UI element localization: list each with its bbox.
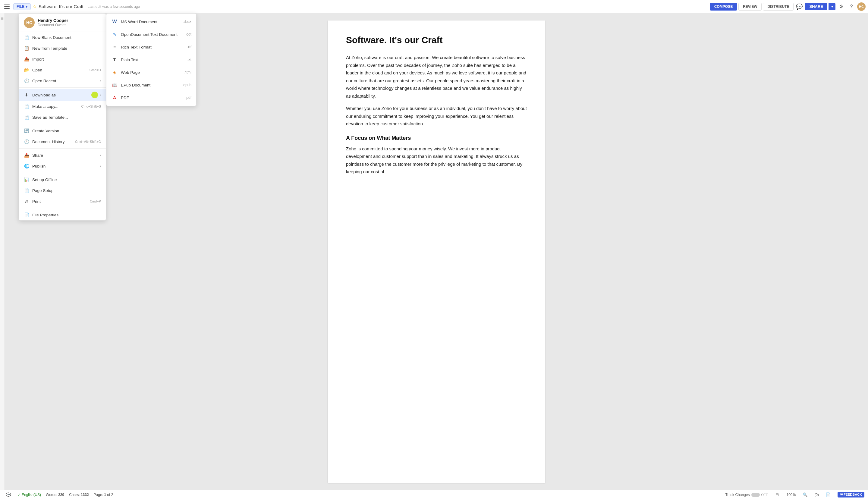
open-shortcut: Cmd+O xyxy=(89,68,101,72)
menu-save-template-label: Save as Template... xyxy=(32,115,68,120)
print-shortcut: Cmd+P xyxy=(90,199,101,203)
offline-icon: 📊 xyxy=(24,177,29,182)
menu-new-blank-label: New Blank Document xyxy=(32,35,71,40)
web-page-ext: .html xyxy=(184,70,191,74)
doc-history-icon: 🕐 xyxy=(24,139,29,144)
menu-save-template[interactable]: 📄 Save as Template... xyxy=(19,112,106,123)
sub-pdf-label: PDF xyxy=(121,96,129,100)
user-role: Document Owner xyxy=(38,23,68,27)
download-as-icon: ⬇ xyxy=(24,92,29,98)
new-blank-icon: 📄 xyxy=(24,35,29,40)
sub-rtf-label: Rich Text Format xyxy=(121,45,151,49)
share-arrow: › xyxy=(100,153,101,157)
make-copy-icon: 📄 xyxy=(24,104,29,109)
publish-icon: 🌐 xyxy=(24,163,29,169)
menu-download-as[interactable]: ⬇ Download as › xyxy=(19,89,106,101)
menu-new-template-label: New from Template xyxy=(32,46,67,51)
sub-web-page[interactable]: ◈ Web Page .html xyxy=(106,66,196,78)
open-recent-icon: 🕐 xyxy=(24,78,29,84)
menu-publish[interactable]: 🌐 Publish › xyxy=(19,161,106,171)
menu-open-recent-label: Open Recent xyxy=(32,78,56,83)
menu-user-section: HC Hendry Cooper Document Owner xyxy=(19,14,106,32)
ms-word-ext: .docx xyxy=(183,20,191,24)
menu-file-props-label: File Properties xyxy=(32,213,59,217)
menu-offline-label: Set up Offline xyxy=(32,178,57,182)
menu-open-recent[interactable]: 🕐 Open Recent › xyxy=(19,75,106,86)
doc-history-shortcut: Cmd+Alt+Shift+G xyxy=(75,140,101,144)
plain-text-ext: .txt xyxy=(186,58,191,62)
open-recent-arrow: › xyxy=(100,78,101,83)
menu-file-properties[interactable]: 📄 File Properties xyxy=(19,209,106,220)
file-props-icon: 📄 xyxy=(24,212,29,218)
menu-print-label: Print xyxy=(32,199,41,204)
download-as-arrow: › xyxy=(100,93,101,97)
menu-page-setup-label: Page Setup xyxy=(32,188,54,193)
divider-1 xyxy=(19,87,106,88)
create-version-icon: 🔄 xyxy=(24,128,29,133)
print-icon: 🖨 xyxy=(24,198,29,204)
open-icon: 📂 xyxy=(24,67,29,73)
menu-new-blank[interactable]: 📄 New Blank Document xyxy=(19,32,106,43)
menu-doc-history-label: Document History xyxy=(32,139,64,144)
publish-arrow: › xyxy=(100,164,101,168)
opendoc-ext: .odt xyxy=(185,32,191,36)
rtf-ext: .rtf xyxy=(187,45,191,49)
menu-set-up-offline[interactable]: 📊 Set up Offline xyxy=(19,174,106,185)
menu-doc-history[interactable]: 🕐 Document History Cmd+Alt+Shift+G xyxy=(19,136,106,147)
menu-create-version-label: Create Version xyxy=(32,129,59,133)
menu-share[interactable]: 📤 Share › xyxy=(19,150,106,161)
menu-open[interactable]: 📂 Open Cmd+O xyxy=(19,64,106,75)
menu-open-label: Open xyxy=(32,68,42,72)
user-avatar: HC xyxy=(24,17,35,28)
menu-new-template[interactable]: 📋 New from Template xyxy=(19,43,106,54)
make-copy-shortcut: Cmd+Shift+S xyxy=(81,105,101,108)
divider-4 xyxy=(19,173,106,173)
menu-download-as-label: Download as xyxy=(32,93,56,97)
menu-publish-label: Publish xyxy=(32,164,46,168)
sub-opendoc-label: OpenDocument Text Document xyxy=(121,32,178,37)
user-name: Hendry Cooper xyxy=(38,18,68,23)
sub-web-page-label: Web Page xyxy=(121,70,140,75)
sub-rtf[interactable]: ≡ Rich Text Format .rtf xyxy=(106,41,196,53)
menu-page-setup[interactable]: 📄 Page Setup xyxy=(19,185,106,196)
divider-2 xyxy=(19,124,106,124)
sub-opendoc[interactable]: ✎ OpenDocument Text Document .odt xyxy=(106,28,196,41)
menu-share-label: Share xyxy=(32,153,43,158)
sub-ms-word-label: MS Word Document xyxy=(121,20,157,24)
file-menu: HC Hendry Cooper Document Owner 📄 New Bl… xyxy=(19,13,106,221)
sub-pdf[interactable]: A PDF .pdf xyxy=(106,91,196,104)
menu-make-copy-label: Make a copy... xyxy=(32,104,59,109)
sub-epub-label: EPub Document xyxy=(121,83,150,87)
menu-import[interactable]: 📥 Import xyxy=(19,54,106,64)
page-setup-icon: 📄 xyxy=(24,188,29,193)
epub-icon: 📖 xyxy=(111,82,118,88)
download-submenu: W MS Word Document .docx ✎ OpenDocument … xyxy=(106,13,196,106)
share-menu-icon: 📤 xyxy=(24,153,29,158)
menu-create-version[interactable]: 🔄 Create Version xyxy=(19,125,106,136)
sub-ms-word[interactable]: W MS Word Document .docx xyxy=(106,15,196,28)
sub-plain-text[interactable]: T Plain Text .txt xyxy=(106,53,196,66)
menu-print[interactable]: 🖨 Print Cmd+P xyxy=(19,196,106,207)
pdf-ext: .pdf xyxy=(185,96,191,100)
new-template-icon: 📋 xyxy=(24,46,29,51)
save-template-icon: 📄 xyxy=(24,114,29,120)
epub-ext: .epub xyxy=(182,83,191,87)
plain-text-icon: T xyxy=(111,56,118,63)
rtf-icon: ≡ xyxy=(111,44,118,50)
sub-epub[interactable]: 📖 EPub Document .epub xyxy=(106,78,196,91)
import-icon: 📥 xyxy=(24,56,29,62)
divider-5 xyxy=(19,208,106,208)
sub-plain-text-label: Plain Text xyxy=(121,58,138,62)
pdf-icon: A xyxy=(111,94,118,101)
ms-word-icon: W xyxy=(111,19,118,25)
opendoc-icon: ✎ xyxy=(111,31,118,38)
download-active-dot xyxy=(91,92,98,98)
web-page-icon: ◈ xyxy=(111,69,118,76)
menu-make-copy[interactable]: 📄 Make a copy... Cmd+Shift+S xyxy=(19,101,106,112)
menu-import-label: Import xyxy=(32,57,44,61)
